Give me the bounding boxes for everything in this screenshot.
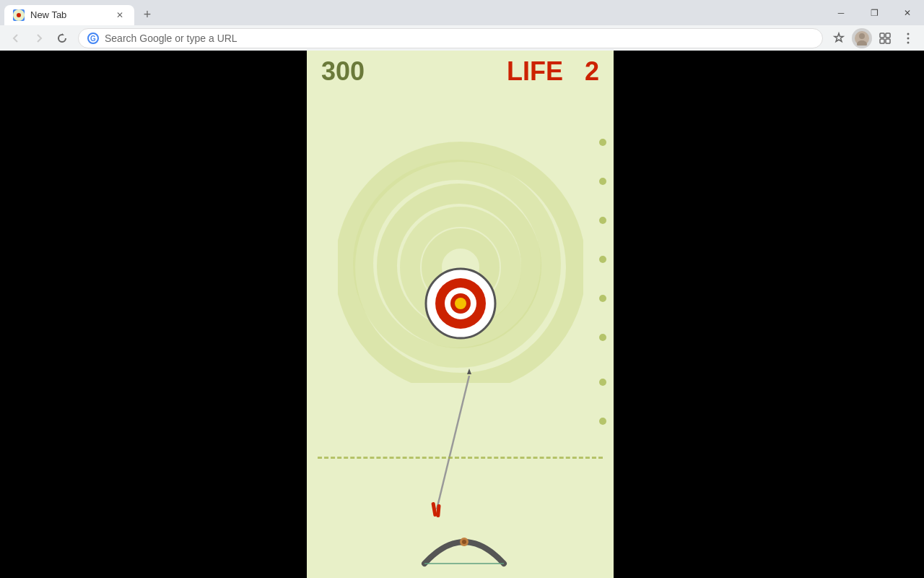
- tab-favicon: [13, 9, 25, 21]
- svg-text:G: G: [90, 35, 96, 43]
- dot-6: [599, 334, 606, 341]
- dashed-line: [318, 457, 603, 459]
- svg-line-25: [437, 376, 469, 509]
- window-controls: ─ ❐ ✕: [824, 0, 924, 25]
- life-value: 2: [585, 56, 599, 86]
- forward-button[interactable]: [29, 28, 49, 48]
- minimize-button[interactable]: ─: [824, 0, 858, 25]
- right-black-sidebar: [614, 51, 924, 578]
- svg-point-24: [455, 298, 466, 309]
- bookmark-button[interactable]: [829, 28, 849, 48]
- tab-close-button[interactable]: ✕: [114, 9, 126, 21]
- browser-tab[interactable]: New Tab ✕: [4, 5, 134, 25]
- tab-title: New Tab: [30, 9, 108, 20]
- svg-point-1: [17, 13, 21, 17]
- svg-rect-8: [880, 33, 884, 38]
- toolbar-icons: [829, 28, 918, 48]
- bow: [417, 520, 504, 564]
- address-bar[interactable]: G Search Google or type a URL: [78, 28, 823, 48]
- dot-3: [599, 217, 606, 224]
- dot-1: [599, 139, 606, 146]
- tab-bar: New Tab ✕ + ─ ❐ ✕: [0, 0, 924, 25]
- maximize-button[interactable]: ❐: [858, 0, 891, 25]
- life-display: LIFE 2: [507, 56, 599, 87]
- close-button[interactable]: ✕: [891, 0, 924, 25]
- game-hud: 300 LIFE 2: [307, 56, 614, 87]
- new-tab-button[interactable]: +: [137, 5, 157, 25]
- life-label: LIFE: [507, 56, 563, 86]
- refresh-button[interactable]: [52, 28, 72, 48]
- extensions-button[interactable]: [875, 28, 895, 48]
- dot-8: [599, 418, 606, 425]
- archery-target: [424, 267, 497, 340]
- dot-4: [599, 256, 606, 263]
- svg-point-13: [907, 37, 910, 39]
- arrow-in-flight: [401, 368, 487, 527]
- side-dots: [599, 123, 606, 441]
- svg-point-6: [859, 33, 865, 39]
- address-bar-text: Search Google or type a URL: [105, 33, 237, 44]
- toolbar: G Search Google or type a URL: [0, 25, 924, 51]
- svg-point-14: [907, 41, 910, 43]
- game-area[interactable]: 300 LIFE 2: [307, 51, 614, 578]
- svg-marker-2: [62, 33, 64, 35]
- dot-7: [599, 379, 606, 386]
- left-black-sidebar: [0, 51, 307, 578]
- svg-point-12: [907, 33, 910, 35]
- dot-2: [599, 178, 606, 185]
- dot-5: [599, 295, 606, 302]
- svg-point-31: [462, 540, 466, 544]
- chrome-browser-frame: New Tab ✕ + ─ ❐ ✕ G Search Google or typ…: [0, 0, 924, 51]
- svg-rect-11: [886, 39, 890, 43]
- score-display: 300: [321, 56, 365, 87]
- svg-rect-10: [880, 39, 884, 43]
- profile-avatar[interactable]: [852, 28, 872, 48]
- more-menu-button[interactable]: [898, 28, 918, 48]
- back-button[interactable]: [6, 28, 26, 48]
- google-icon: G: [87, 33, 99, 44]
- svg-rect-9: [886, 33, 890, 38]
- svg-rect-27: [431, 502, 437, 517]
- svg-marker-26: [467, 368, 471, 374]
- spiral-background: [338, 137, 583, 383]
